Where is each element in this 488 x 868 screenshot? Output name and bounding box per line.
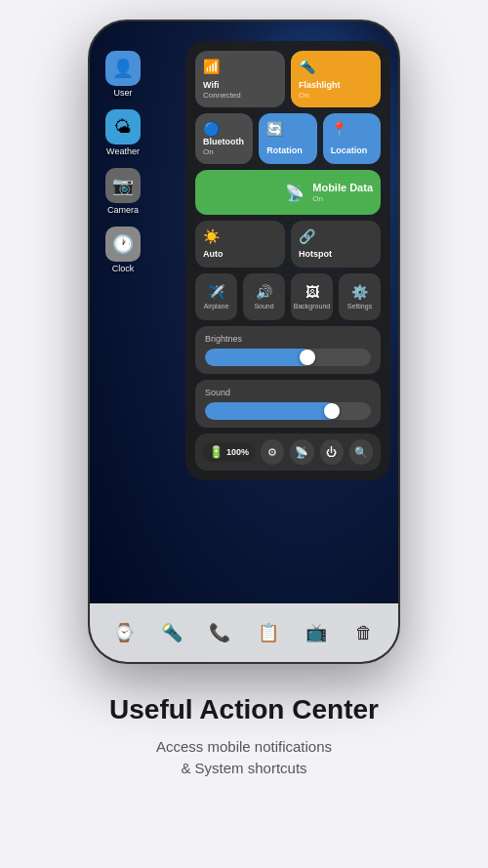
- cc-row-auto: ☀️ Auto 🔗 Hotspot: [195, 221, 381, 268]
- bluetooth-sub: On: [203, 147, 245, 156]
- mobile-data-icon: 📡: [285, 184, 305, 202]
- rotation-button[interactable]: 🔄 Rotation: [259, 113, 316, 164]
- location-label: Location: [331, 145, 373, 156]
- background-icon: 🖼: [305, 284, 319, 300]
- sound-thumb: [324, 403, 340, 419]
- dock-flashlight-icon[interactable]: 🔦: [156, 617, 187, 648]
- broadcast-status-btn[interactable]: 📡: [290, 439, 313, 465]
- control-center: 📶 Wifi Connected 🔦 Flashlight On 🔵 Bluet…: [185, 41, 390, 480]
- wifi-icon: 📶: [203, 59, 220, 74]
- airplane-button[interactable]: ✈️ Airplane: [195, 273, 237, 320]
- mobile-data-sub: On: [312, 194, 373, 203]
- hotspot-label: Hotspot: [299, 249, 373, 260]
- dock-finder-icon[interactable]: ⌚: [108, 617, 140, 648]
- user-label: User: [113, 88, 132, 98]
- search-status-btn[interactable]: 🔍: [349, 439, 373, 465]
- flashlight-sub: On: [299, 91, 373, 100]
- app-icon-weather[interactable]: 🌤 Weather: [105, 109, 141, 156]
- cc-row-2: 🔵 Bluetooth On 🔄 Rotation 📍 Location: [195, 113, 381, 164]
- background-button[interactable]: 🖼 Background: [291, 273, 333, 320]
- bluetooth-label: Bluetooth: [203, 137, 245, 147]
- user-icon: 👤: [105, 51, 141, 86]
- location-icon: 📍: [331, 121, 347, 137]
- sound-label: Sound: [254, 303, 273, 310]
- settings-label: Settings: [347, 303, 372, 310]
- weather-label: Weather: [106, 146, 140, 156]
- auto-icon: ☀️: [203, 228, 220, 244]
- airplane-label: Airplane: [204, 303, 229, 310]
- app-icons: 👤 User 🌤 Weather 📷 Camera 🕐 Clock: [105, 51, 141, 273]
- mobile-data-label: Mobile Data: [312, 182, 373, 194]
- app-icon-camera[interactable]: 📷 Camera: [105, 168, 141, 215]
- cc-small-row: ✈️ Airplane 🔊 Sound 🖼 Background ⚙️ Sett…: [195, 273, 381, 320]
- wifi-button[interactable]: 📶 Wifi Connected: [195, 51, 285, 107]
- dock-notes-icon[interactable]: 📋: [253, 617, 284, 648]
- hotspot-icon: 🔗: [299, 228, 315, 244]
- location-button[interactable]: 📍 Location: [323, 113, 381, 164]
- sound-slider-label: Sound: [205, 388, 371, 397]
- power-status-btn[interactable]: ⏻: [320, 439, 344, 465]
- mobile-data-button[interactable]: 📡 Mobile Data On: [195, 170, 381, 215]
- sub-text-line1: Access mobile notifications: [156, 738, 332, 755]
- app-icon-clock[interactable]: 🕐 Clock: [105, 227, 141, 273]
- sub-text-line2: & System shortcuts: [181, 760, 306, 776]
- status-bar: 🔋 100% ⚙ 📡 ⏻ 🔍: [195, 434, 381, 471]
- brightness-track[interactable]: [205, 349, 371, 366]
- sound-icon: 🔊: [256, 284, 272, 300]
- sound-button[interactable]: 🔊 Sound: [243, 273, 285, 320]
- dock-tv-icon[interactable]: 📺: [301, 617, 332, 648]
- auto-button[interactable]: ☀️ Auto: [195, 221, 285, 268]
- weather-icon: 🌤: [105, 109, 141, 145]
- sound-fill: [205, 402, 338, 420]
- camera-icon: 📷: [105, 168, 141, 203]
- background-label: Background: [294, 303, 330, 310]
- dock-trash-icon[interactable]: 🗑: [348, 617, 380, 648]
- clock-icon: 🕐: [105, 227, 141, 262]
- brightness-section: Brightnes: [195, 326, 381, 374]
- phone-dock: ⌚ 🔦 📞 📋 📺 🗑: [90, 603, 398, 662]
- flashlight-icon: 🔦: [299, 59, 315, 74]
- cc-row-1: 📶 Wifi Connected 🔦 Flashlight On: [195, 51, 381, 107]
- camera-label: Camera: [107, 205, 139, 215]
- bluetooth-button[interactable]: 🔵 Bluetooth On: [195, 113, 253, 164]
- wifi-sub: Connected: [203, 91, 277, 100]
- bluetooth-icon: 🔵: [203, 121, 220, 137]
- airplane-icon: ✈️: [208, 284, 224, 300]
- brightness-label: Brightnes: [205, 334, 371, 344]
- brightness-fill: [205, 349, 313, 366]
- flashlight-button[interactable]: 🔦 Flashlight On: [291, 51, 381, 107]
- wifi-label: Wifi: [203, 80, 277, 91]
- flashlight-label: Flashlight: [299, 80, 373, 91]
- hotspot-button[interactable]: 🔗 Hotspot: [291, 221, 381, 268]
- rotation-label: Rotation: [266, 145, 308, 156]
- mobile-data-text: Mobile Data On: [312, 182, 373, 203]
- clock-label: Clock: [112, 264, 135, 273]
- settings-status-btn[interactable]: ⚙: [261, 439, 284, 465]
- sound-section: Sound: [195, 380, 381, 428]
- battery-text: 100%: [226, 447, 249, 457]
- battery-indicator: 🔋 100%: [203, 442, 255, 462]
- main-title: Useful Action Center: [109, 693, 379, 726]
- rotation-icon: 🔄: [266, 121, 283, 137]
- app-icon-user[interactable]: 👤 User: [105, 51, 141, 98]
- text-section: Useful Action Center Access mobile notif…: [70, 693, 418, 780]
- sub-text: Access mobile notifications & System sho…: [109, 736, 379, 780]
- settings-icon: ⚙️: [351, 284, 368, 300]
- sound-track[interactable]: [205, 402, 371, 420]
- battery-icon: 🔋: [209, 445, 224, 459]
- dock-phone-icon[interactable]: 📞: [204, 617, 235, 648]
- settings-button[interactable]: ⚙️ Settings: [339, 273, 381, 320]
- auto-label: Auto: [203, 249, 277, 260]
- brightness-thumb: [300, 350, 315, 365]
- phone-frame: 👤 User 🌤 Weather 📷 Camera 🕐 Clock 📶 Wifi…: [88, 20, 400, 664]
